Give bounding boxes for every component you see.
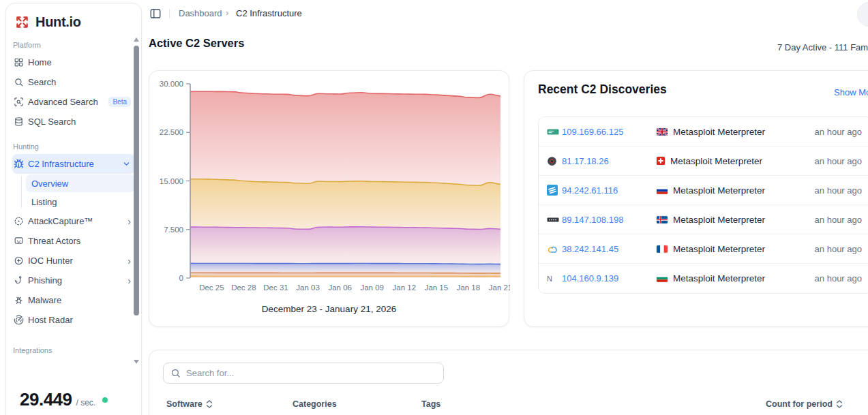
svg-text:0: 0 xyxy=(179,274,183,282)
chart-caption: December 23 - January 21, 2026 xyxy=(149,304,509,314)
sidebar-item-threat-actors[interactable]: Threat Actors xyxy=(12,231,135,251)
flag-fr-icon xyxy=(657,245,668,253)
svg-text:Jan 21: Jan 21 xyxy=(489,283,510,292)
sidebar-item-label: C2 Infrastructure xyxy=(28,159,94,169)
green-banner-logo-icon xyxy=(547,127,562,136)
software-name: Metasploit Meterpreter xyxy=(673,273,765,283)
column-header-count-for-period[interactable]: Count for period xyxy=(766,399,843,409)
sidebar-item-malware[interactable]: Malware xyxy=(12,290,135,310)
sidebar-item-ioc-hunter[interactable]: IOC Hunter› xyxy=(12,251,135,271)
cloud-logo-icon xyxy=(547,245,562,253)
ip-link[interactable]: 89.147.108.198 xyxy=(562,215,657,225)
discovery-row: N104.160.9.139Metasploit Meterpreteran h… xyxy=(539,264,868,293)
sidebar-toggle-icon[interactable] xyxy=(149,7,162,20)
brand-name: Hunt.io xyxy=(35,14,81,30)
sidebar-item-label: Phishing xyxy=(28,275,62,286)
discoveries-list: 109.169.66.125Metasploit Meterpreteran h… xyxy=(538,117,868,294)
flag-gb-icon xyxy=(657,128,668,136)
breadcrumb-current: C2 Infrastructure xyxy=(236,8,302,18)
sidebar-item-c2-infrastructure[interactable]: C2 Infrastructure xyxy=(12,154,135,174)
scrollbar-up-arrow[interactable] xyxy=(134,37,139,42)
sort-icon xyxy=(836,400,843,408)
flag-ch-icon xyxy=(657,157,665,165)
discovery-row: 38.242.141.45Metasploit Meterpreteran ho… xyxy=(539,234,868,264)
ip-link[interactable]: 38.242.141.45 xyxy=(562,244,657,254)
column-header-software[interactable]: Software xyxy=(166,399,213,409)
radar-icon xyxy=(14,315,24,325)
rate-unit: / sec. xyxy=(76,398,96,408)
svg-text:Jan 03: Jan 03 xyxy=(296,283,320,292)
column-header-label: Tags xyxy=(421,399,440,409)
breadcrumb-separator: › xyxy=(226,7,228,18)
dark-bar-logo-icon xyxy=(547,217,562,223)
sidebar-item-search[interactable]: Search xyxy=(12,72,135,92)
scrollbar-thumb[interactable] xyxy=(134,46,139,316)
active-c2-chart-card: 07.50015.00022.50030.000Dec 25Dec 28Dec … xyxy=(149,70,509,327)
svg-text:Jan 12: Jan 12 xyxy=(393,283,417,292)
sidebar-item-label: Home xyxy=(28,57,52,67)
chevron-right-icon: › xyxy=(128,256,131,266)
section-label-platform: Platform xyxy=(12,41,135,49)
discovery-row: 94.242.61.116Metasploit Meterpreteran ho… xyxy=(539,176,868,205)
circle-plus-icon xyxy=(14,256,24,266)
sidebar-item-phishing[interactable]: Phishing› xyxy=(12,271,135,290)
chevron-right-icon: › xyxy=(128,276,131,286)
blue-stripes-logo-icon xyxy=(547,185,562,196)
online-status-dot xyxy=(102,397,108,403)
ingest-rate: 29.449 / sec. xyxy=(20,389,108,410)
section-label-hunting: Hunting xyxy=(12,142,135,151)
discovery-row: 89.147.108.198Metasploit Meterpreteran h… xyxy=(539,205,868,234)
software-name: Metasploit Meterpreter xyxy=(673,215,765,225)
avatar[interactable] xyxy=(857,2,868,27)
ip-link[interactable]: 94.242.61.116 xyxy=(562,185,657,196)
breadcrumb-dashboard[interactable]: Dashboard xyxy=(179,8,222,18)
sidebar-item-host-radar[interactable]: Host Radar xyxy=(12,310,135,330)
scrollbar-down-arrow[interactable] xyxy=(134,360,139,364)
discovery-row: 109.169.66.125Metasploit Meterpreteran h… xyxy=(539,117,868,147)
chevron-down-icon xyxy=(122,159,131,168)
ip-link[interactable]: 109.169.66.125 xyxy=(562,127,657,137)
sidebar-subitem-overview[interactable]: Overview xyxy=(26,174,135,192)
discovery-time: an hour ago xyxy=(815,244,862,254)
software-table-card: SoftwareCategoriesTagsCount for period xyxy=(149,350,868,415)
sidebar-item-label: Malware xyxy=(28,295,61,305)
malware-bug-icon xyxy=(14,295,24,305)
search-icon xyxy=(170,368,181,378)
discovery-row: 81.17.18.26Metasploit Meterpreteran hour… xyxy=(539,147,868,176)
ip-link[interactable]: 81.17.18.26 xyxy=(562,156,657,166)
beta-badge: Beta xyxy=(108,97,131,107)
sidebar-item-sql-search[interactable]: SQL Search xyxy=(12,112,135,132)
sidebar-subitems: OverviewListing xyxy=(12,174,135,211)
topbar-divider xyxy=(169,9,170,18)
svg-text:Dec 25: Dec 25 xyxy=(199,283,224,292)
search-input[interactable] xyxy=(186,368,436,378)
show-more-link[interactable]: Show More xyxy=(834,87,868,97)
sidebar-item-attackcapture[interactable]: AttackCapture™› xyxy=(12,211,135,231)
sidebar-subitem-listing[interactable]: Listing xyxy=(26,193,135,211)
recent-c2-discoveries-card: Recent C2 Discoveries Show More 109.169.… xyxy=(524,70,868,327)
subnav-guide-line xyxy=(21,176,22,208)
discovery-time: an hour ago xyxy=(815,127,862,137)
actor-mask-icon xyxy=(14,236,24,246)
discovery-time: an hour ago xyxy=(815,156,862,166)
sort-icon xyxy=(206,400,213,408)
flag-ru-icon xyxy=(657,187,668,194)
bug-icon xyxy=(14,159,24,169)
svg-text:Jan 09: Jan 09 xyxy=(360,283,384,292)
flag-bg-icon xyxy=(657,275,668,282)
dark-globe-logo-icon xyxy=(547,156,562,166)
sidebar-item-label: IOC Hunter xyxy=(28,256,73,266)
chevron-right-icon: › xyxy=(128,217,131,226)
brand[interactable]: Hunt.io xyxy=(6,3,141,37)
column-header-label: Software xyxy=(166,399,203,409)
sidebar-nav: PlatformHomeSearchAdvanced SearchBetaSQL… xyxy=(6,41,141,354)
ip-link[interactable]: 104.160.9.139 xyxy=(562,273,657,283)
page-title: Active C2 Servers xyxy=(149,37,244,50)
sidebar-item-advanced-search[interactable]: Advanced SearchBeta xyxy=(12,92,135,112)
c2-infrastructure-dashboard: { "app": { "brand": "Hunt.io" }, "sideba… xyxy=(0,0,868,415)
sidebar-item-home[interactable]: Home xyxy=(12,52,135,72)
sidebar-item-label: Search xyxy=(28,77,56,87)
letter-n-logo-icon: N xyxy=(547,275,562,283)
svg-text:Jan 15: Jan 15 xyxy=(425,283,449,292)
sidebar-item-label: Advanced Search xyxy=(28,97,98,107)
